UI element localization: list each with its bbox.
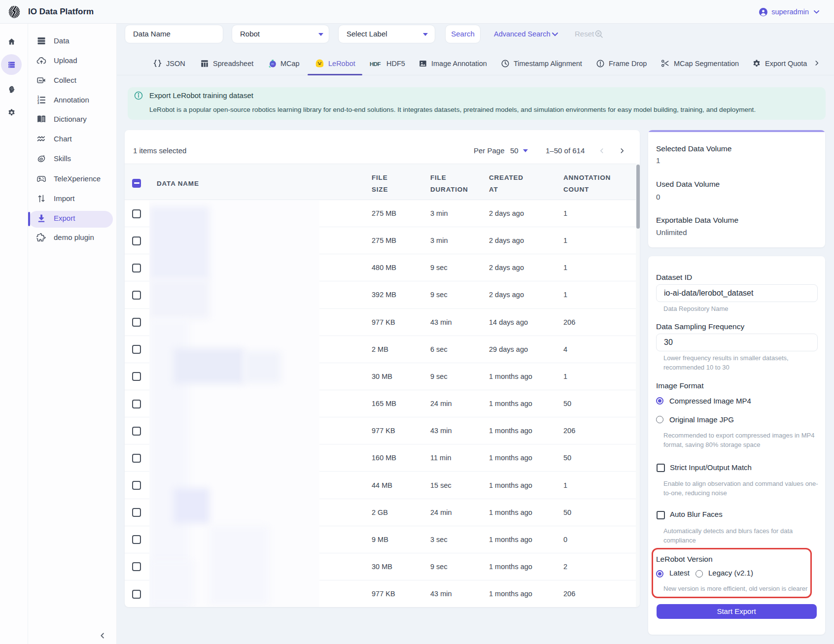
svg-text:3: 3 — [37, 101, 39, 104]
svg-text:m: m — [271, 62, 274, 66]
svg-text:HDF: HDF — [370, 61, 381, 67]
